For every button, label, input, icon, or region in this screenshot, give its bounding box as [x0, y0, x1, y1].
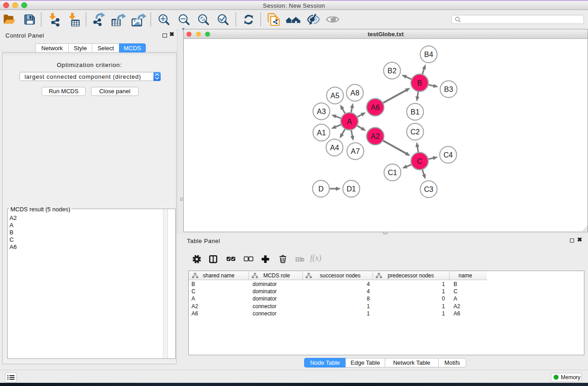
svg-text:C1: C1 [388, 168, 397, 176]
svg-text:A8: A8 [350, 89, 359, 97]
svg-text:A6: A6 [371, 103, 380, 111]
svg-text:B: B [417, 79, 422, 87]
svg-text:C4: C4 [444, 151, 453, 159]
svg-text:A3: A3 [317, 107, 326, 115]
svg-text:D1: D1 [347, 185, 356, 193]
svg-text:B2: B2 [387, 67, 397, 75]
svg-text:A2: A2 [371, 132, 380, 140]
svg-text:B3: B3 [444, 85, 453, 93]
svg-text:A1: A1 [317, 129, 326, 137]
svg-text:A: A [347, 117, 352, 125]
svg-text:A4: A4 [330, 143, 339, 152]
svg-text:B4: B4 [424, 50, 433, 58]
svg-text:D: D [318, 185, 324, 193]
svg-text:C: C [417, 157, 422, 165]
svg-text:B1: B1 [411, 108, 420, 116]
svg-text:C3: C3 [424, 185, 434, 193]
svg-text:A5: A5 [330, 91, 339, 100]
svg-text:A7: A7 [351, 147, 360, 155]
svg-text:C2: C2 [411, 128, 420, 136]
